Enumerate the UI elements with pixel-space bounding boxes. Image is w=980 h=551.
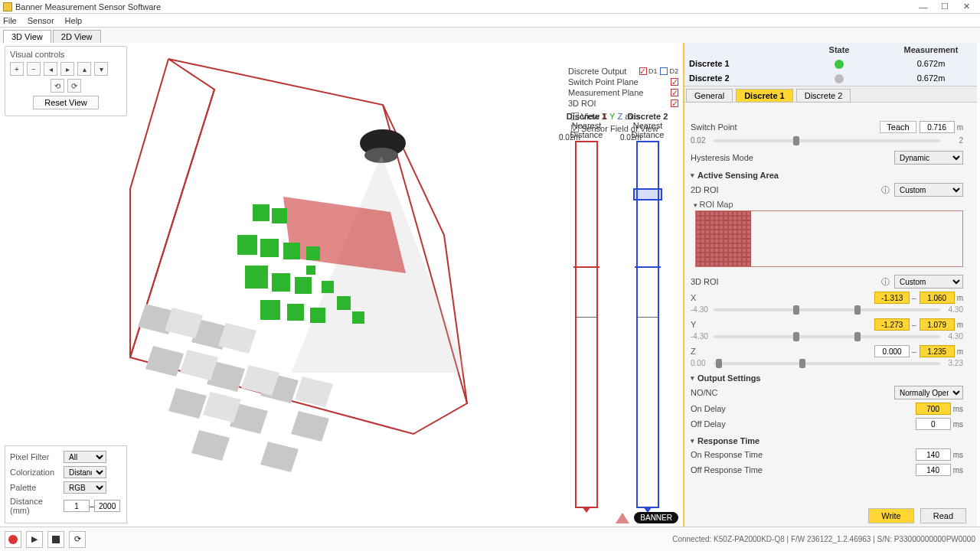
svg-rect-16 <box>310 308 325 323</box>
logo-area: BANNER <box>616 512 678 523</box>
svg-rect-10 <box>245 266 268 289</box>
properties-pane: StateMeasurement Discrete 10.672m Discre… <box>684 43 977 527</box>
layer-switch-point: Switch Point Plane <box>568 77 668 86</box>
svg-rect-11 <box>272 273 290 292</box>
svg-rect-19 <box>306 266 315 275</box>
svg-rect-8 <box>283 243 300 259</box>
roi-map-grid[interactable]: /* cells generated below */ <box>695 210 963 267</box>
bottom-bar: ▶ ⟳ Connected: K50Z-PA2000KD-Q8 | F/W 23… <box>0 527 980 551</box>
right-tabs: General Discrete 1 Discrete 2 <box>684 86 977 103</box>
banner-logo: BANNER <box>634 512 678 523</box>
svg-marker-27 <box>291 411 329 442</box>
section-output-settings[interactable]: ▾Output Settings <box>691 373 963 383</box>
menu-help[interactable]: Help <box>65 16 83 25</box>
distance-max[interactable] <box>94 500 120 512</box>
layer-3d-roi: 3D ROI <box>568 99 668 108</box>
tab-3d-view[interactable]: 3D View <box>3 30 51 43</box>
colorization-select[interactable]: Distance <box>64 466 106 478</box>
section-active-sensing[interactable]: ▾Active Sensing Area <box>691 171 963 180</box>
menu-bar: File Sensor Help <box>0 14 980 28</box>
close-button[interactable]: ✕ <box>956 2 977 11</box>
z-range-slider[interactable] <box>714 362 940 365</box>
svg-rect-4 <box>253 204 270 221</box>
layer-do-d2-check[interactable] <box>660 67 668 75</box>
layer-mp-check[interactable]: ✓ <box>671 89 678 96</box>
layer-spp-check[interactable]: ✓ <box>671 78 678 86</box>
roi-3d-select[interactable]: Custom <box>894 275 963 289</box>
y-hi[interactable] <box>920 318 955 331</box>
hysteresis-select[interactable]: Dynamic <box>894 151 963 165</box>
gauges: Discrete 1Nearest Distance 0.02m 2.00m D… <box>556 132 678 530</box>
on-response[interactable] <box>916 448 951 461</box>
menu-file[interactable]: File <box>3 16 17 25</box>
record-button[interactable] <box>5 531 21 548</box>
info-icon-3d[interactable]: ⓘ <box>881 276 890 288</box>
maximize-button[interactable]: ☐ <box>934 2 956 11</box>
menu-sensor[interactable]: Sensor <box>28 16 54 25</box>
tab-general[interactable]: General <box>686 89 733 103</box>
refresh-button[interactable]: ⟳ <box>69 531 86 548</box>
pixel-filter-select[interactable]: All <box>64 451 106 463</box>
off-response[interactable] <box>916 464 951 476</box>
svg-marker-25 <box>168 388 207 419</box>
z-hi[interactable] <box>920 345 955 357</box>
app-title: Banner Measurement Sensor Software <box>15 2 913 11</box>
svg-rect-6 <box>237 235 257 255</box>
switch-point-slider[interactable] <box>714 139 940 142</box>
info-icon[interactable]: ⓘ <box>881 184 890 196</box>
svg-rect-13 <box>322 281 334 293</box>
nonc-select[interactable]: Normally Open <box>894 386 963 399</box>
svg-rect-15 <box>287 304 304 321</box>
viewport-pane: Visual controls + − ◂ ▸ ▴ ▾ ⟲ ⟳ Reset Vi… <box>0 43 684 527</box>
state-table: StateMeasurement Discrete 10.672m Discre… <box>684 43 977 86</box>
palette-select[interactable]: RGB <box>64 481 106 494</box>
prism-icon <box>616 513 629 523</box>
off-delay[interactable] <box>916 418 951 430</box>
layer-do-d1-check[interactable]: ✓ <box>639 67 647 75</box>
x-lo[interactable] <box>874 292 910 304</box>
svg-marker-29 <box>260 442 299 472</box>
svg-rect-9 <box>306 246 320 260</box>
teach-button[interactable]: Teach <box>880 121 916 133</box>
state-dot-d2 <box>835 74 844 83</box>
switch-point-value[interactable] <box>920 121 955 133</box>
svg-rect-5 <box>272 208 287 223</box>
y-range-slider[interactable] <box>714 335 940 338</box>
layer-meas-plane: Measurement Plane <box>568 88 668 97</box>
minimize-button[interactable]: — <box>913 2 934 11</box>
stop-button[interactable] <box>47 531 64 548</box>
gauge-discrete-2: Discrete 2Nearest Distance 0.02m 2.00m <box>625 132 671 530</box>
z-lo[interactable] <box>874 345 910 357</box>
app-icon <box>3 2 12 11</box>
x-range-slider[interactable] <box>714 308 940 311</box>
distance-min[interactable] <box>64 500 90 512</box>
svg-marker-22 <box>145 346 184 377</box>
layer-discrete-output: Discrete Output <box>568 67 636 76</box>
svg-rect-18 <box>352 311 364 324</box>
title-bar: Banner Measurement Sensor Software — ☐ ✕ <box>0 0 980 14</box>
x-hi[interactable] <box>920 292 955 304</box>
view-tabs: 3D View 2D View <box>0 28 980 43</box>
tab-discrete-1[interactable]: Discrete 1 <box>736 89 793 103</box>
tab-discrete-2[interactable]: Discrete 2 <box>796 89 851 103</box>
status-text: Connected: K50Z-PA2000KD-Q8 | F/W 236122… <box>672 535 975 543</box>
roi-2d-select[interactable]: Custom <box>894 183 963 197</box>
svg-marker-28 <box>191 430 230 461</box>
on-delay[interactable] <box>916 403 951 415</box>
filter-panel: Pixel FilterAll ColorizationDistance Pal… <box>5 445 127 523</box>
layer-roi-check[interactable]: ✓ <box>671 99 678 107</box>
svg-rect-17 <box>337 296 351 310</box>
y-lo[interactable] <box>874 318 910 331</box>
svg-marker-34 <box>295 377 333 407</box>
state-dot-d1 <box>835 60 844 69</box>
play-button[interactable]: ▶ <box>26 531 43 548</box>
svg-rect-7 <box>260 239 279 257</box>
write-button[interactable]: Write <box>868 508 913 523</box>
read-write-buttons: Write Read <box>868 508 966 523</box>
svg-rect-12 <box>295 277 312 294</box>
section-response-time[interactable]: ▾Response Time <box>691 436 963 445</box>
tab-2d-view[interactable]: 2D View <box>53 30 101 43</box>
properties-scroll[interactable]: Switch Point Teach m 0.02 2 Hysteresis M… <box>684 113 969 500</box>
read-button[interactable]: Read <box>920 508 966 523</box>
gauge-discrete-1: Discrete 1Nearest Distance 0.02m 2.00m <box>564 132 609 530</box>
